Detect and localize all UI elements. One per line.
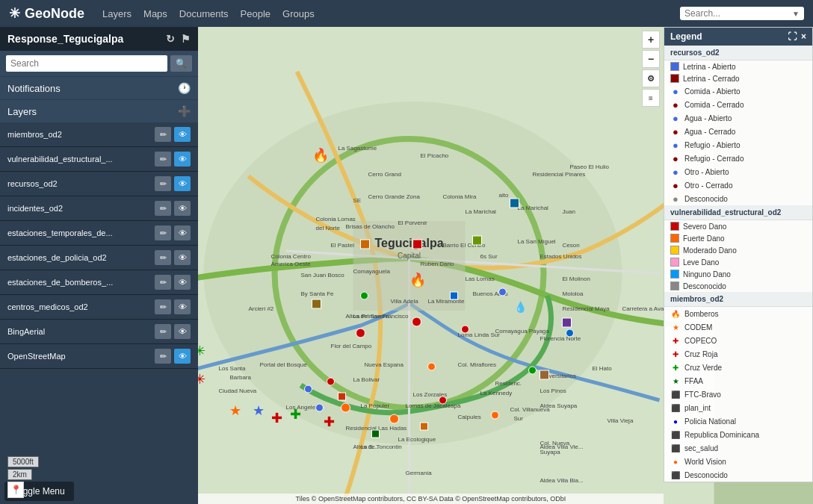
legend-symbol-icon: ⬛ <box>670 470 681 480</box>
layer-name: miembros_od2 <box>7 130 152 139</box>
layer-visibility-button[interactable]: 👁 <box>174 201 191 216</box>
svg-text:🔥: 🔥 <box>312 147 330 164</box>
svg-text:💧: 💧 <box>514 301 528 314</box>
legend-expand-icon[interactable]: ⛶ <box>788 31 797 42</box>
site-logo: ✳ GeoNode <box>9 5 84 22</box>
map-settings-button[interactable]: ⚙ <box>642 69 660 87</box>
layer-edit-button[interactable]: ✏ <box>155 250 171 265</box>
layer-search-input[interactable] <box>6 55 167 72</box>
layer-visibility-button[interactable]: 👁 <box>174 349 191 364</box>
layers-add-icon[interactable]: ➕ <box>178 105 191 117</box>
location-button[interactable]: 📍 <box>7 482 24 498</box>
logo-text: GeoNode <box>25 6 84 22</box>
svg-point-96 <box>492 411 499 419</box>
layer-edit-button[interactable]: ✏ <box>155 152 171 167</box>
svg-point-85 <box>390 414 399 423</box>
nav-groups[interactable]: Groups <box>282 8 315 19</box>
search-dropdown-icon[interactable]: ▼ <box>792 10 800 18</box>
legend-circle-icon: ● <box>670 153 681 164</box>
legend-item-label: Desconocido <box>684 471 728 479</box>
nav-layers[interactable]: Layers <box>102 8 132 19</box>
nav-maps[interactable]: Maps <box>143 8 167 19</box>
svg-text:Tegucigalpa: Tegucigalpa <box>374 237 443 249</box>
map-attribution: Tiles © OpenStreetMap contributors, CC B… <box>198 494 664 504</box>
layer-edit-button[interactable]: ✏ <box>155 299 171 314</box>
legend-item: ⬛Republica Dominicana <box>664 428 812 441</box>
global-search: ▼ <box>680 7 804 20</box>
legend-item-label: CODEM <box>684 323 712 332</box>
legend-circle-icon: ● <box>670 140 681 150</box>
layer-item: incidentes_od2 ✏ 👁 <box>0 196 198 221</box>
layer-search-button[interactable]: 🔍 <box>170 55 192 72</box>
svg-point-82 <box>356 329 365 337</box>
layer-visibility-button[interactable]: 👁 <box>174 324 191 339</box>
legend-item: ✚Cruz Roja <box>664 347 812 361</box>
legend-item: Moderado Dano <box>664 244 812 256</box>
legend-item: Leve Dano <box>664 256 812 268</box>
svg-point-89 <box>361 292 368 299</box>
layer-visibility-button[interactable]: 👁 <box>174 250 191 265</box>
legend-item-label: Ninguno Dano <box>683 270 731 279</box>
global-search-input[interactable] <box>684 8 789 19</box>
layer-edit-button[interactable]: ✏ <box>155 201 171 216</box>
layer-visibility-button[interactable]: 👁 <box>174 225 191 240</box>
nav-documents[interactable]: Documents <box>179 8 229 19</box>
svg-point-94 <box>566 329 574 337</box>
nav-people[interactable]: People <box>241 8 271 19</box>
svg-text:La Populer: La Populer <box>361 402 390 409</box>
left-panel: Response_Tegucigalpa ↻ ⚑ 🔍 Notifications… <box>0 27 198 504</box>
legend-item: ●Comida - Abierto <box>664 84 812 98</box>
legend-item-label: Policia National <box>684 417 736 426</box>
layer-edit-button[interactable]: ✏ <box>155 176 171 191</box>
svg-text:Ciudad Nueva: Ciudad Nueva <box>219 388 257 394</box>
legend-symbol-icon: ⬛ <box>670 429 681 440</box>
layer-actions: ✏ 👁 <box>155 201 191 216</box>
layer-edit-button[interactable]: ✏ <box>155 349 171 364</box>
layers-section-header[interactable]: Layers ➕ <box>0 99 198 122</box>
svg-text:Arcieri #2: Arcieri #2 <box>249 305 274 312</box>
svg-point-95 <box>439 396 447 404</box>
svg-text:El Porvenir: El Porvenir <box>398 220 427 226</box>
legend-color-swatch <box>670 234 679 243</box>
layer-visibility-button[interactable]: 👁 <box>174 275 191 290</box>
layer-item: estaciones_de_policia_od2 ✏ 👁 <box>0 246 198 270</box>
svg-point-92 <box>499 288 507 296</box>
legend-item-label: World Vision <box>684 458 726 466</box>
svg-text:La Marichal: La Marichal <box>466 208 497 215</box>
svg-text:★: ★ <box>229 403 241 418</box>
layer-edit-button[interactable]: ✏ <box>155 127 171 142</box>
svg-text:Juan: Juan <box>563 208 575 215</box>
layer-edit-button[interactable]: ✏ <box>155 225 171 240</box>
save-icon[interactable]: ⚑ <box>181 33 191 45</box>
layer-visibility-button[interactable]: 👁 <box>174 127 191 142</box>
layers-label: Layers <box>7 106 37 117</box>
location-icon: 📍 <box>10 485 22 495</box>
legend-color-swatch <box>670 74 679 83</box>
map-layers-toggle-button[interactable]: ≡ <box>642 89 660 107</box>
layer-visibility-button[interactable]: 👁 <box>174 176 191 191</box>
refresh-icon[interactable]: ↻ <box>166 33 175 45</box>
layer-visibility-button[interactable]: 👁 <box>174 299 191 314</box>
svg-point-86 <box>305 385 312 393</box>
layer-visibility-button[interactable]: 👁 <box>174 152 191 167</box>
layer-edit-button[interactable]: ✏ <box>155 275 171 290</box>
legend-panel: Legend ⛶ × recursos_od2Letrina - Abierto… <box>664 27 813 482</box>
legend-item: Severo Dano <box>664 220 812 232</box>
zoom-in-button[interactable]: + <box>642 31 660 49</box>
svg-point-88 <box>327 378 335 385</box>
zoom-out-button[interactable]: − <box>642 50 660 68</box>
layer-actions: ✏ 👁 <box>155 299 191 314</box>
legend-item-label: Fuerte Dano <box>683 234 725 243</box>
svg-rect-110 <box>540 370 549 379</box>
layer-name: incidentes_od2 <box>7 204 152 213</box>
legend-item: ⬛FTC-Bravo <box>664 388 812 401</box>
legend-item-label: Refugio - Cerrado <box>684 155 744 163</box>
legend-symbol-icon: 🔥 <box>670 308 681 319</box>
notifications-section-header[interactable]: Notifications 🕐 <box>0 76 198 99</box>
legend-item: Desconocido <box>664 280 812 292</box>
svg-text:La Kennedy: La Kennedy <box>480 390 513 396</box>
legend-close-icon[interactable]: × <box>801 31 806 42</box>
legend-item: ⬛plan_int <box>664 401 812 414</box>
legend-color-swatch <box>670 281 679 290</box>
layer-edit-button[interactable]: ✏ <box>155 324 171 339</box>
